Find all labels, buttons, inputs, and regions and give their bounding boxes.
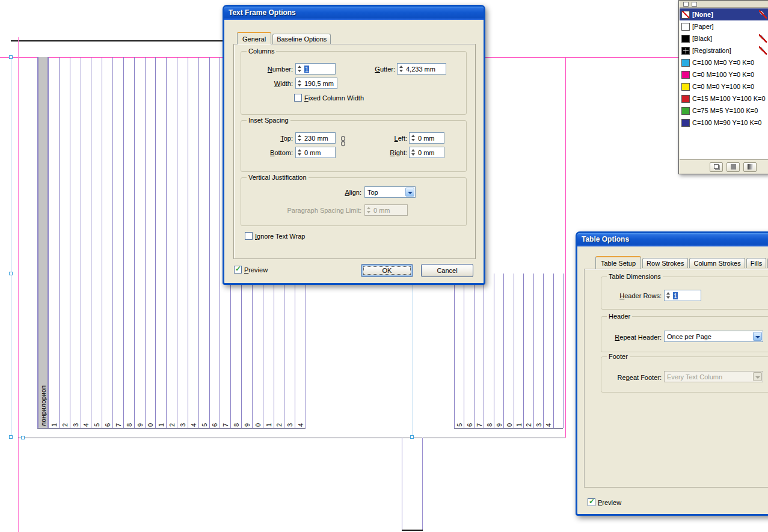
number-field[interactable]: 1 <box>295 63 336 75</box>
repeat-footer-label: Repeat Footer: <box>601 372 662 384</box>
tab-table-setup[interactable]: Table Setup <box>595 256 641 269</box>
frame-handle[interactable] <box>9 272 13 275</box>
gradient-swatch-icon <box>748 164 753 170</box>
dialog-titlebar[interactable]: Text Frame Options <box>224 7 484 20</box>
table-bottom-border-right <box>454 428 563 429</box>
ok-button[interactable]: OK <box>361 264 413 277</box>
ignore-text-wrap-checkbox[interactable] <box>245 232 253 240</box>
table-column-line <box>123 57 124 428</box>
swatch-color-chip <box>681 71 690 79</box>
pencil-slash-icon: ✎ <box>759 34 767 43</box>
header-group-legend: Header <box>607 313 632 320</box>
swatch-row[interactable]: [Paper] <box>680 20 768 32</box>
column-number: 3 <box>286 423 293 427</box>
table-dimensions-group: Table Dimensions Header Rows: 1 <box>601 277 768 310</box>
inset-spacing-group: Inset Spacing Top: 230 mm Left: 0 mm Bot… <box>241 120 467 172</box>
gutter-field[interactable]: 4,233 mm <box>397 63 446 75</box>
swatch-name: [Black] <box>692 35 757 42</box>
table-column-line <box>145 57 146 428</box>
preview-checkbox[interactable] <box>234 266 242 274</box>
combo-arrow-button[interactable] <box>405 188 414 197</box>
show-gradient-swatches-button[interactable] <box>743 162 757 172</box>
align-value: Top <box>367 189 378 196</box>
swatch-row[interactable]: C=0 M=100 Y=0 K=0 <box>680 69 768 81</box>
table-column-line <box>543 274 544 428</box>
swatch-color-chip <box>681 23 690 31</box>
ignore-text-wrap-label[interactable]: Ignore Text Wrap <box>255 233 305 240</box>
inset-bottom-label: Bottom: <box>241 147 293 159</box>
frame-handle[interactable] <box>9 435 13 439</box>
stepper-arrows[interactable] <box>297 134 303 143</box>
rotated-table-text: лонрилориоп <box>40 385 47 426</box>
gutter-label: Gutter: <box>347 64 395 75</box>
width-label: Width: <box>241 78 293 90</box>
table-column-line <box>48 57 49 428</box>
preview-checkbox[interactable] <box>588 498 595 506</box>
preview-label[interactable]: Preview <box>598 499 621 506</box>
stepper-arrows[interactable] <box>666 292 671 301</box>
repeat-header-dropdown[interactable]: Once per Page <box>664 331 763 342</box>
link-icon[interactable] <box>339 136 347 148</box>
width-field[interactable]: 190,5 mm <box>295 78 337 89</box>
stepper-arrows[interactable] <box>297 148 303 157</box>
tab-baseline-options[interactable]: Baseline Options <box>272 34 331 44</box>
inset-left-field[interactable]: 0 mm <box>409 132 444 144</box>
swatch-row[interactable]: [Black]✎ <box>680 32 768 44</box>
inset-spacing-group-legend: Inset Spacing <box>247 117 290 124</box>
frame-handle[interactable] <box>21 436 25 439</box>
fixed-column-width-label[interactable]: Fixed Column Width <box>304 94 364 102</box>
table-bottom-border <box>37 428 306 429</box>
paragraph-spacing-limit-label: Paragraph Spacing Limit: <box>241 205 361 216</box>
repeat-footer-dropdown: Every Text Column <box>664 371 763 382</box>
swatch-group-icon <box>714 164 719 169</box>
align-dropdown[interactable]: Top <box>364 186 416 198</box>
inset-top-field[interactable]: 230 mm <box>295 132 336 144</box>
swatch-name: C=0 M=100 Y=0 K=0 <box>692 71 767 78</box>
swatch-row[interactable]: C=100 M=90 Y=10 K=0 <box>680 117 768 129</box>
swatch-row[interactable]: C=0 M=0 Y=100 K=0 <box>680 81 768 93</box>
table-column-line <box>188 57 188 428</box>
inset-right-field[interactable]: 0 mm <box>409 147 444 158</box>
stepper-arrows[interactable] <box>411 148 416 157</box>
show-color-swatches-button[interactable] <box>727 162 740 172</box>
cancel-button[interactable]: Cancel <box>421 264 473 277</box>
inset-top-label: Top: <box>241 133 293 144</box>
stepper-arrows[interactable] <box>399 65 404 74</box>
column-number: 8 <box>126 423 133 427</box>
tab-fills[interactable]: Fills <box>746 258 767 268</box>
tab-row-strokes[interactable]: Row Strokes <box>642 258 688 268</box>
inset-right-label: Right: <box>359 147 407 159</box>
tab-column-strokes[interactable]: Column Strokes <box>689 258 745 268</box>
swatch-row[interactable]: [None]✎ <box>680 8 768 20</box>
stepper-arrows[interactable] <box>297 65 303 74</box>
swatch-color-chip <box>681 35 690 43</box>
frame-handle[interactable] <box>9 55 13 59</box>
stepper-arrows[interactable] <box>297 79 303 88</box>
preview-label[interactable]: Preview <box>244 266 268 274</box>
swatch-row[interactable]: C=100 M=0 Y=0 K=0 <box>680 57 768 69</box>
stepper-arrows[interactable] <box>411 134 416 143</box>
swatch-row[interactable]: [Registration]✎ <box>680 44 768 57</box>
swatches-panel-footer <box>680 159 768 174</box>
swatches-panel-toolbar <box>680 1 768 8</box>
frame-handle[interactable] <box>410 435 414 439</box>
column-number: 7 <box>476 423 483 427</box>
tab-general[interactable]: General <box>237 32 271 44</box>
header-rows-field[interactable]: 1 <box>664 290 701 301</box>
fixed-column-width-checkbox[interactable] <box>294 94 302 102</box>
show-all-swatches-button[interactable] <box>710 162 723 172</box>
indesign-workspace: лонрилориоп 123456789012345678901234 567… <box>0 0 768 532</box>
swatch-row[interactable]: C=15 M=100 Y=100 K=0 <box>680 93 768 105</box>
inset-bottom-field[interactable]: 0 mm <box>295 147 336 158</box>
swatch-color-chip <box>681 95 690 103</box>
swatch-row[interactable]: C=75 M=5 Y=100 K=0 <box>680 105 768 117</box>
combo-arrow-button[interactable] <box>753 332 762 341</box>
column-number: 0 <box>254 423 262 427</box>
table-column-line <box>523 274 524 428</box>
column-number: 9 <box>137 423 144 427</box>
column-number: 5 <box>93 423 100 427</box>
header-rows-value: 1 <box>673 292 678 299</box>
frame-bottom-rule <box>18 438 565 438</box>
vertical-justification-group: Vertical Justification Align: Top Paragr… <box>241 177 467 226</box>
dialog-titlebar[interactable]: Table Options <box>577 233 768 246</box>
